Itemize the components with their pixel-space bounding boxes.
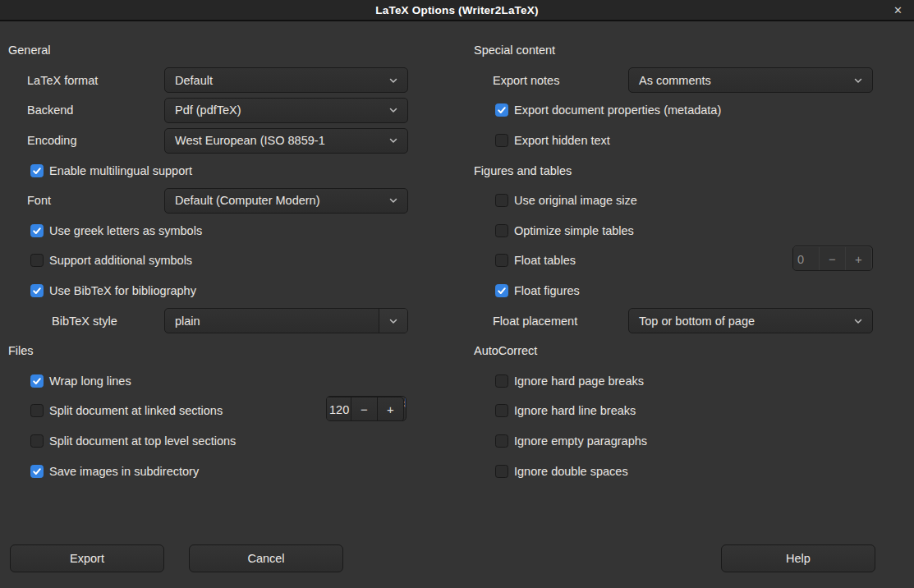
- use-original-image-size-row: Use original image size: [474, 186, 873, 216]
- float-placement-label: Float placement: [474, 315, 577, 328]
- float-placement-dropdown[interactable]: Top or bottom of page: [628, 308, 873, 333]
- chevron-down-icon: [379, 68, 407, 92]
- chevron-down-icon: [844, 309, 872, 333]
- use-original-image-size-label[interactable]: Use original image size: [514, 194, 637, 207]
- save-images-in-subdirectory-checkbox[interactable]: [30, 465, 44, 478]
- split-document-at-top-level-sections-label[interactable]: Split document at top level sections: [49, 434, 236, 448]
- files-row: Files: [8, 336, 408, 366]
- split-document-at-linked-sections-checkbox[interactable]: [30, 404, 44, 417]
- export-hidden-text-checkbox[interactable]: [495, 134, 508, 147]
- latex-format-dropdown[interactable]: Default: [164, 67, 408, 93]
- backend-value: Pdf (pdfTeX): [165, 103, 379, 117]
- export-document-properties-metadata-label[interactable]: Export document properties (metadata): [514, 103, 721, 117]
- use-greek-letters-as-symbols-row: Use greek letters as symbols: [8, 216, 408, 246]
- figures-and-tables-row: Figures and tables: [474, 155, 873, 186]
- ignore-empty-paragraphs-checkbox[interactable]: [495, 434, 508, 448]
- float-tables-label[interactable]: Float tables: [514, 254, 576, 267]
- support-additional-symbols-label[interactable]: Support additional symbols: [49, 254, 192, 267]
- ignore-hard-page-breaks-row: Ignore hard page breaks: [474, 366, 873, 397]
- chevron-down-icon: [844, 68, 872, 92]
- left-column: GeneralLaTeX formatDefaultBackendPdf (pd…: [8, 35, 408, 486]
- dialog-titlebar: LaTeX Options (Writer2LaTeX) ✕: [0, 0, 914, 21]
- optimize-simple-tables-label[interactable]: Optimize simple tables: [514, 224, 634, 237]
- ignore-hard-page-breaks-checkbox[interactable]: [495, 374, 508, 388]
- close-icon[interactable]: ✕: [890, 0, 906, 20]
- use-greek-letters-as-symbols-checkbox[interactable]: [30, 224, 44, 237]
- chevron-down-icon: [379, 189, 407, 213]
- ignore-hard-line-breaks-label[interactable]: Ignore hard line breaks: [514, 404, 636, 417]
- font-label: Font: [8, 194, 51, 207]
- help-button[interactable]: Help: [721, 544, 875, 572]
- float-tables-row: Float tables: [474, 246, 873, 276]
- ignore-empty-paragraphs-label[interactable]: Ignore empty paragraphs: [514, 434, 647, 448]
- ignore-double-spaces-row: Ignore double spaces: [474, 456, 873, 486]
- backend-label: Backend: [8, 103, 73, 117]
- section-autocorrect: AutoCorrect: [474, 344, 537, 357]
- ignore-hard-line-breaks-row: Ignore hard line breaks: [474, 396, 873, 426]
- bibtex-style-label: BibTeX style: [8, 315, 117, 328]
- enable-multilingual-support-row: Enable multilingual support: [8, 155, 408, 186]
- chevron-down-icon: [379, 99, 407, 122]
- float-figures-checkbox[interactable]: [495, 284, 508, 297]
- backend-dropdown[interactable]: Pdf (pdfTeX): [164, 98, 408, 123]
- wrap-long-lines-checkbox[interactable]: [30, 374, 44, 388]
- use-bibtex-for-bibliography-row: Use BibTeX for bibliography: [8, 276, 408, 306]
- split-document-at-top-level-sections-row: Split document at top level sections: [8, 426, 408, 457]
- support-additional-symbols-row: Support additional symbols: [8, 246, 408, 276]
- optimize-simple-tables-checkbox[interactable]: [495, 224, 508, 237]
- chevron-down-icon[interactable]: [379, 309, 407, 333]
- use-original-image-size-checkbox[interactable]: [495, 194, 508, 207]
- right-column: Special contentExport notesAs commentsEx…: [474, 35, 873, 486]
- wrap-long-lines-label[interactable]: Wrap long lines: [49, 374, 131, 388]
- font-row: FontDefault (Computer Modern): [8, 186, 408, 216]
- section-special-content: Special content: [474, 44, 555, 57]
- enable-multilingual-support-label[interactable]: Enable multilingual support: [49, 164, 192, 177]
- ignore-hard-line-breaks-checkbox[interactable]: [495, 404, 508, 417]
- latex-format-value: Default: [165, 74, 379, 87]
- float-figures-row: Float figures: [474, 276, 873, 306]
- bibtex-style-combobox[interactable]: plain: [164, 308, 408, 333]
- latex-format-label: LaTeX format: [8, 74, 98, 87]
- export-notes-row: Export notesAs comments: [474, 66, 873, 96]
- export-notes-label: Export notes: [474, 74, 559, 87]
- float-placement-value: Top or bottom of page: [629, 315, 844, 328]
- bibtex-style-row: BibTeX styleplain: [8, 305, 408, 336]
- export-hidden-text-label[interactable]: Export hidden text: [514, 134, 610, 147]
- export-button[interactable]: Export: [10, 544, 164, 572]
- float-figures-label[interactable]: Float figures: [514, 284, 580, 297]
- dialog-title: LaTeX Options (Writer2LaTeX): [375, 4, 538, 16]
- ignore-hard-page-breaks-label[interactable]: Ignore hard page breaks: [514, 374, 644, 388]
- cancel-button[interactable]: Cancel: [189, 544, 343, 572]
- latex-format-row: LaTeX formatDefault: [8, 66, 408, 96]
- use-greek-letters-as-symbols-label[interactable]: Use greek letters as symbols: [49, 224, 202, 237]
- encoding-dropdown[interactable]: West European (ISO 8859-1: [164, 128, 408, 154]
- chevron-down-icon: [379, 129, 407, 153]
- split-document-at-top-level-sections-checkbox[interactable]: [30, 434, 44, 448]
- ignore-double-spaces-label[interactable]: Ignore double spaces: [514, 465, 628, 478]
- support-additional-symbols-checkbox[interactable]: [30, 254, 44, 267]
- use-bibtex-for-bibliography-label[interactable]: Use BibTeX for bibliography: [49, 284, 196, 297]
- ignore-double-spaces-checkbox[interactable]: [495, 465, 508, 478]
- section-files: Files: [8, 344, 34, 357]
- optimize-simple-tables-row: Optimize simple tables: [474, 216, 873, 246]
- encoding-row: EncodingWest European (ISO 8859-1: [8, 126, 408, 156]
- wrap-long-lines-row: Wrap long lines: [8, 366, 408, 397]
- split-document-at-linked-sections-row: Split document at linked sections: [8, 396, 408, 426]
- export-document-properties-metadata-checkbox[interactable]: [495, 103, 508, 117]
- section-general: General: [8, 44, 51, 57]
- export-document-properties-metadata-row: Export document properties (metadata): [474, 95, 873, 126]
- section-figures-and-tables: Figures and tables: [474, 164, 572, 177]
- export-notes-dropdown[interactable]: As comments: [628, 67, 873, 93]
- bibtex-style-value: plain: [165, 315, 379, 328]
- use-bibtex-for-bibliography-checkbox[interactable]: [30, 284, 44, 297]
- export-hidden-text-row: Export hidden text: [474, 126, 873, 156]
- float-tables-checkbox[interactable]: [495, 254, 508, 267]
- enable-multilingual-support-checkbox[interactable]: [30, 164, 44, 177]
- ignore-empty-paragraphs-row: Ignore empty paragraphs: [474, 426, 873, 457]
- save-images-in-subdirectory-label[interactable]: Save images in subdirectory: [49, 465, 199, 478]
- font-dropdown[interactable]: Default (Computer Modern): [164, 188, 408, 214]
- encoding-value: West European (ISO 8859-1: [165, 134, 379, 147]
- backend-row: BackendPdf (pdfTeX): [8, 95, 408, 126]
- split-document-at-linked-sections-label[interactable]: Split document at linked sections: [49, 404, 223, 417]
- export-notes-value: As comments: [629, 74, 844, 87]
